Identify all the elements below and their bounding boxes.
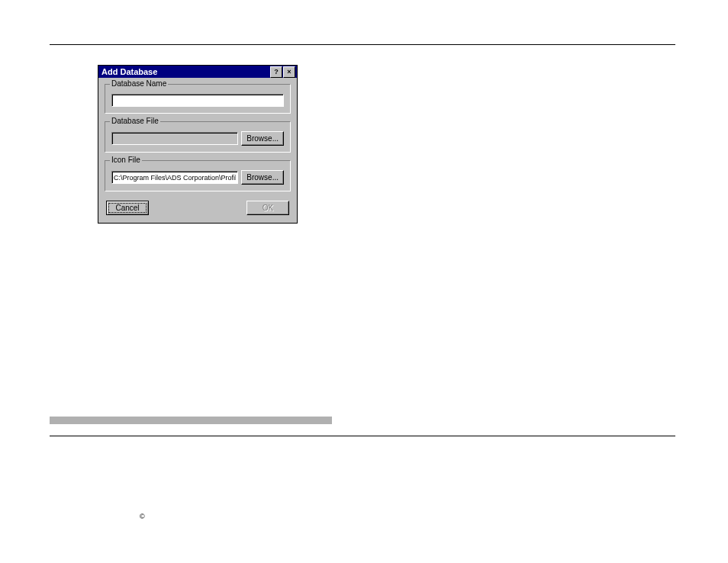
- database-file-browse-button[interactable]: Browse...: [241, 131, 284, 146]
- ok-button[interactable]: OK: [246, 201, 289, 215]
- icon-file-legend: Icon File: [110, 156, 142, 164]
- help-button[interactable]: ?: [270, 66, 282, 78]
- add-database-dialog: Add Database ? × Database Name Database …: [98, 65, 298, 224]
- icon-file-input[interactable]: [111, 171, 238, 184]
- help-icon: ?: [274, 69, 279, 76]
- browse-label: Browse...: [246, 134, 279, 143]
- close-button[interactable]: ×: [283, 66, 295, 78]
- section-bar: [50, 417, 332, 424]
- icon-file-browse-button[interactable]: Browse...: [241, 170, 284, 185]
- dialog-title: Add Database: [100, 67, 269, 76]
- cancel-label: Cancel: [115, 204, 139, 212]
- database-file-input[interactable]: [111, 132, 238, 145]
- database-name-input[interactable]: [111, 94, 284, 107]
- dialog-button-row: Cancel OK: [105, 199, 291, 217]
- dialog-body: Database Name Database File Browse... Ic…: [98, 78, 297, 223]
- browse-label: Browse...: [246, 173, 279, 182]
- copyright-icon: ©: [140, 513, 145, 520]
- database-name-legend: Database Name: [110, 79, 168, 88]
- database-file-legend: Database File: [110, 117, 160, 125]
- close-icon: ×: [287, 69, 291, 76]
- cancel-button[interactable]: Cancel: [106, 201, 149, 215]
- database-file-group: Database File Browse...: [105, 121, 291, 153]
- database-name-group: Database Name: [105, 84, 291, 114]
- top-rule: [50, 44, 675, 45]
- bottom-rule: [50, 436, 675, 436]
- ok-label: OK: [263, 204, 273, 212]
- icon-file-group: Icon File Browse...: [105, 160, 291, 191]
- titlebar: Add Database ? ×: [98, 66, 297, 78]
